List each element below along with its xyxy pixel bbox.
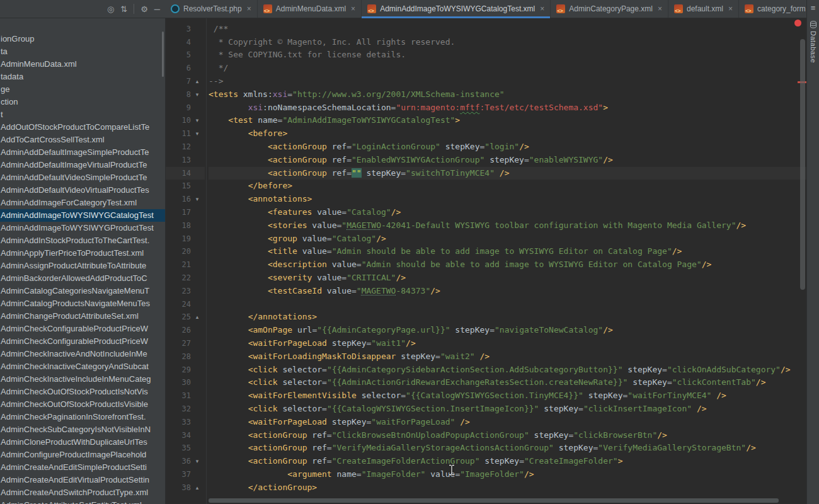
tree-item[interactable]: AdminCheckConfigurableProductPriceW [0,323,165,335]
code-line[interactable]: <actionGroup ref="VerifyMediaGalleryStor… [209,442,807,455]
tree-item[interactable]: AdminCreateAndEditSimpleProductSetti [0,461,165,474]
code-line[interactable]: <click selector="{{CatalogWYSIWYGSection… [209,403,807,416]
code-line[interactable]: <waitForPageLoad stepKey="wait1"/> [209,337,807,350]
fold-icon[interactable]: ▾ [191,455,203,468]
tree-item[interactable]: AdminCheckInactiveIncludeInMenuCateg [0,373,165,386]
tab-close-icon[interactable]: × [728,4,733,13]
tab-close-icon[interactable]: × [247,4,251,13]
editor-tab[interactable]: AdminCategoryPage.xml× [551,0,668,18]
tree-scrollbar-thumb[interactable] [162,32,164,77]
tree-item[interactable]: AdminConfigureProductImagePlacehold [0,449,165,461]
tab-close-icon[interactable]: × [540,4,544,13]
tree-item[interactable]: AdminCheckConfigurableProductPriceW [0,335,165,348]
code-line[interactable]: <actionGroup ref="ClickBrowseBtnOnUpload… [209,429,807,442]
fold-icon[interactable]: ▴ [191,481,203,495]
tree-item[interactable]: AdminAddImageToWYSIWYGProductTest [0,222,165,234]
tree-item[interactable]: AdminCheckSubCategoryIsNotVisibleInN [0,423,165,436]
fold-icon[interactable]: ▾ [191,18,203,23]
tree-item[interactable]: AdminCheckInactiveAndNotIncludeInMe [0,348,165,360]
code-line[interactable]: <title value="Admin should be able to ad… [209,245,807,258]
tree-item[interactable]: AdminAddImageForCategoryTest.xml [0,197,165,209]
code-line[interactable]: <!-- [209,18,807,23]
code-line[interactable]: </actionGroup> [209,481,807,495]
code-line[interactable]: <testCaseId value="MAGETWO-84373"/> [209,285,807,298]
code-line[interactable]: <description value="Admin should be able… [209,258,807,272]
tree-item[interactable]: AdminCloneProductWithDuplicateUrlTes [0,436,165,449]
locate-icon[interactable]: ◎ [107,5,114,13]
code-line[interactable]: <click selector="{{AdminCategorySidebarA… [209,364,807,377]
code-line[interactable]: <group value="Catalog"/> [209,232,807,246]
code-line[interactable]: --> [209,75,807,88]
horizontal-scrollbar-thumb[interactable] [209,498,779,503]
tree-item[interactable]: AdminAddDefaultVideoVirtualProductTes [0,184,165,197]
tree-item[interactable]: AdminAddDefaultVideoSimpleProductTe [0,171,165,184]
code-line[interactable]: </before> [209,180,807,193]
code-line[interactable]: <waitForElementVisible selector="{{Catal… [209,389,807,403]
hide-panel-icon[interactable]: ─ [154,5,160,13]
tree-item[interactable]: AdminCreateAndSwitchProductType.xml [0,486,165,499]
tree-item[interactable]: AdminAddImageToWYSIWYGCatalogTest [0,209,165,222]
tree-item[interactable]: AdminCheckOutOfStockProductIsVisible [0,398,165,411]
tree-item[interactable]: AddOutOfStockProductToCompareListTe [0,121,165,134]
code-line[interactable]: <tests xmlns:xsi="http://www.w3.org/2001… [209,88,807,101]
collapse-all-icon[interactable]: ⇅ [120,5,127,13]
code-line[interactable]: <click selector="{{AdminActionGridReward… [209,376,807,389]
code-line[interactable]: /** [209,23,807,36]
fold-icon[interactable]: ▾ [191,114,203,127]
code-line[interactable] [209,298,807,311]
code-line[interactable]: xsi:noNamespaceSchemaLocation="urn:magen… [209,101,807,115]
tree-item[interactable]: AdminCheckInactiveCategoryAndSubcat [0,360,165,373]
tree-item[interactable]: ction [0,96,165,108]
tree-item[interactable]: tadata [0,71,165,83]
code-line[interactable]: <stories value="MAGETWO-42041-Default WY… [209,219,807,232]
tree-item[interactable]: AdminCatalogCategoriesNavigateMenuT [0,285,165,297]
editor-tab[interactable]: ResolverTest.php× [165,0,258,18]
fold-icon[interactable]: ▴ [191,75,203,88]
code-area[interactable]: <!-- /** * Copyright © Magento, Inc. All… [209,18,807,494]
code-line[interactable]: * See COPYING.txt for license details. [209,49,807,62]
editor-tab[interactable]: default.xml× [668,0,739,18]
fold-icon[interactable]: ▾ [191,88,203,101]
tree-item[interactable]: AdminCatalogProductsNavigateMenuTes [0,297,165,310]
tree-item[interactable]: ge [0,83,165,96]
code-line[interactable]: <actionGroup ref="LoginActionGroup" step… [209,140,807,154]
code-line[interactable]: <before> [209,127,807,140]
tree-item[interactable]: AdminCreateAttributeSetEntityTest.xml [0,499,165,504]
vertical-scrollbar-thumb[interactable] [800,39,805,290]
tree-item[interactable]: t [0,108,165,121]
tree-item[interactable]: ionGroup [0,33,165,45]
code-line[interactable]: */ [209,62,807,75]
project-file-tree[interactable]: ionGrouptaAdminMenuData.xmltadatagection… [0,18,166,504]
inspection-status-icon[interactable] [794,20,801,26]
tree-item[interactable]: AdminApplyTierPriceToProductTest.xml [0,247,165,260]
code-line[interactable]: <actionGroup ref="" stepKey="switchToTin… [209,167,807,180]
tree-item[interactable]: AdminCreateAndEditVirtualProductSettin [0,474,165,486]
code-editor[interactable]: 2▾34567▴8▾910▾11▾1213141516▾171819202122… [166,18,807,504]
tree-item[interactable]: AdminAddDefaultImageSimpleProductTe [0,146,165,159]
tree-item[interactable]: AdminMenuData.xml [0,58,165,71]
settings-icon[interactable]: ⚙ [140,5,148,13]
fold-icon[interactable]: ▴ [191,311,203,324]
tree-item[interactable]: AdminAddDefaultImageVirtualProductTe [0,159,165,171]
code-line[interactable]: <amOnPage url="{{AdminCategoryPage.url}}… [209,324,807,337]
code-line[interactable]: <actionGroup ref="EnabledWYSIWYGActionGr… [209,154,807,167]
tree-item[interactable]: AdminBackorderAllowedAddProductToC [0,272,165,285]
fold-icon[interactable]: ▾ [191,193,203,206]
fold-icon[interactable]: ▾ [191,127,203,140]
tree-item[interactable]: AdminAssignProductAttributeToAttribute [0,260,165,272]
code-line[interactable]: <severity value="CRITICAL"/> [209,272,807,285]
code-line[interactable]: <argument name="ImageFolder" value="Imag… [209,468,807,481]
tab-close-icon[interactable]: × [658,4,662,13]
code-line[interactable]: * Copyright © Magento, Inc. All rights r… [209,36,807,49]
code-line[interactable]: </annotations> [209,311,807,324]
tree-item[interactable]: AdminCheckPaginationInStorefrontTest. [0,411,165,423]
code-line[interactable]: <test name="AdminAddImageToWYSIWYGCatalo… [209,114,807,127]
database-tool-button[interactable]: Database [810,21,817,63]
tab-list-icon[interactable]: ≡ [811,4,816,12]
tree-item[interactable]: AdminCheckOutOfStockProductIsNotVis [0,386,165,398]
code-line[interactable]: <waitForPageLoad stepKey="waitForPageLoa… [209,416,807,429]
tree-item[interactable]: AdminChangeProductAttributeSet.xml [0,310,165,323]
tree-item[interactable]: AdminAddInStockProductToTheCartTest. [0,234,165,247]
code-line[interactable]: <actionGroup ref="CreateImageFolderActio… [209,455,807,468]
code-line[interactable]: <features value="Catalog"/> [209,206,807,219]
